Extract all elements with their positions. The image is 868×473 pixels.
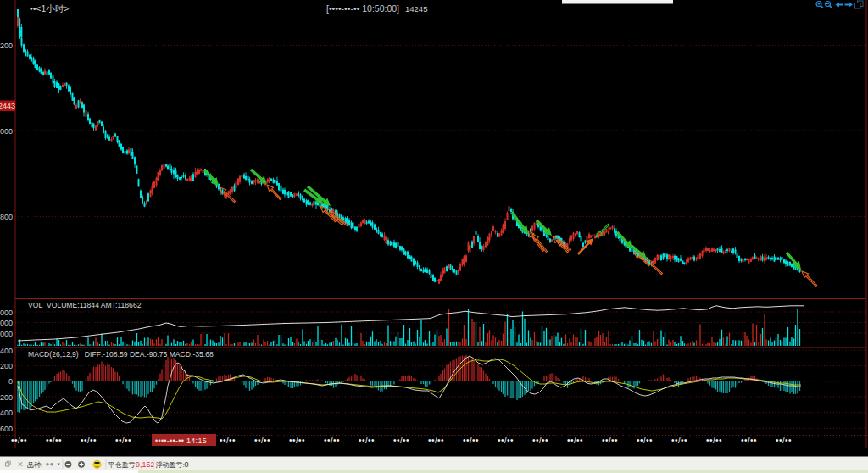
svg-text:••/••: ••/•• <box>324 436 340 445</box>
svg-text:浮动盈亏:: 浮动盈亏: <box>156 461 185 469</box>
svg-text:0: 0 <box>185 460 189 469</box>
svg-text:••/••: ••/•• <box>428 436 444 445</box>
svg-text:••/••: ••/•• <box>289 436 305 445</box>
svg-text:平仓盈亏:: 平仓盈亏: <box>108 461 137 469</box>
svg-text:••/••: ••/•• <box>671 436 687 445</box>
svg-text:••/••: ••/•• <box>498 436 514 445</box>
svg-text:••/••: ••/•• <box>359 436 375 445</box>
svg-text:••/••: ••/•• <box>637 436 653 445</box>
svg-text:••/••: ••/•• <box>741 436 757 445</box>
svg-text:400: 400 <box>0 347 13 355</box>
svg-text:000: 000 <box>0 309 13 317</box>
svg-text:[••••-••-•• 10:50:00]: [••••-••-•• 10:50:00] <box>326 3 399 14</box>
svg-text:••/••: ••/•• <box>46 436 62 445</box>
svg-text:••/••: ••/•• <box>254 436 270 445</box>
svg-text:••/••: ••/•• <box>602 436 618 445</box>
svg-text:200: 200 <box>0 362 13 370</box>
svg-text:••/••: ••/•• <box>776 436 792 445</box>
svg-text:••/••: ••/•• <box>115 436 131 445</box>
svg-text:••/••: ••/•• <box>567 436 583 445</box>
svg-text:600: 600 <box>0 425 13 433</box>
svg-text:••/••: ••/•• <box>11 436 27 445</box>
svg-text:品种:: 品种: <box>27 461 42 469</box>
svg-text:000: 000 <box>0 330 13 338</box>
svg-text:••<1小时>: ••<1小时> <box>30 3 69 14</box>
svg-text:••••-••-•• 14:15: ••••-••-•• 14:15 <box>155 437 207 445</box>
svg-text:400: 400 <box>0 409 13 417</box>
svg-text:000: 000 <box>0 127 13 136</box>
svg-text:••/••: ••/•• <box>81 436 97 445</box>
svg-text:800: 800 <box>0 213 13 221</box>
svg-text:••/••: ••/•• <box>220 436 236 445</box>
svg-text:200: 200 <box>0 42 13 50</box>
svg-text:14245: 14245 <box>405 4 427 14</box>
svg-text:VOL VOLUME:11844 AMT:118662: VOL VOLUME:11844 AMT:118662 <box>28 301 142 309</box>
svg-text:••/••: ••/•• <box>393 436 409 445</box>
svg-text:••/••: ••/•• <box>463 436 479 445</box>
svg-text:0: 0 <box>8 377 13 386</box>
svg-text:2443: 2443 <box>0 102 15 110</box>
svg-text:MACD(26,12,9) DIFF:-108.59 D: MACD(26,12,9) DIFF:-108.59 DEA:-90.75 MA… <box>28 350 214 359</box>
svg-text:••/••: ••/•• <box>706 436 722 445</box>
svg-text:••/••: ••/•• <box>532 436 548 445</box>
svg-text:000: 000 <box>0 319 13 327</box>
svg-text:9,152: 9,152 <box>136 460 155 469</box>
svg-text:200: 200 <box>0 393 13 402</box>
